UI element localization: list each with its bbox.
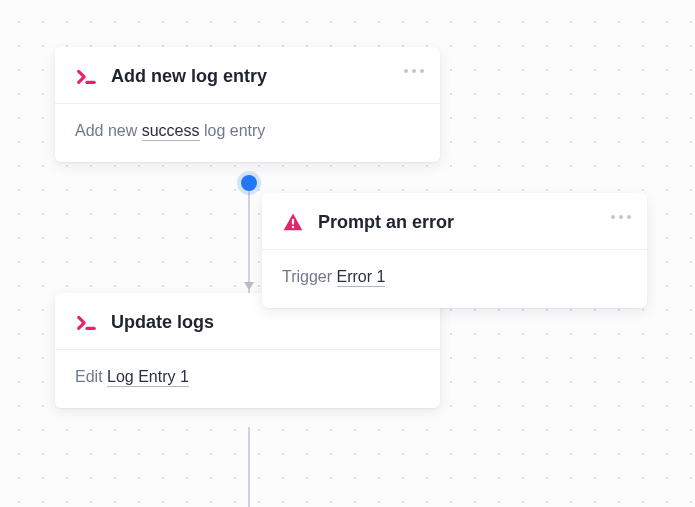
connector-line	[248, 182, 250, 294]
svg-rect-0	[292, 219, 294, 225]
card-title: Update logs	[111, 312, 214, 333]
card-body: Edit Log Entry 1	[55, 350, 440, 408]
card-body: Trigger Error 1	[262, 250, 647, 308]
step-card-update-logs[interactable]: Update logs Edit Log Entry 1	[55, 293, 440, 408]
variable-token[interactable]: Log Entry 1	[107, 368, 189, 387]
card-header: Prompt an error	[262, 193, 647, 249]
step-card-prompt-error[interactable]: Prompt an error Trigger Error 1	[262, 193, 647, 308]
more-menu-button[interactable]	[404, 69, 424, 73]
card-title: Add new log entry	[111, 66, 267, 87]
body-text: Trigger	[282, 268, 337, 285]
card-body: Add new success log entry	[55, 104, 440, 162]
more-menu-button[interactable]	[611, 215, 631, 219]
variable-token[interactable]: success	[142, 122, 200, 141]
svg-point-1	[292, 226, 294, 228]
code-icon	[75, 65, 97, 87]
warning-icon	[282, 211, 304, 233]
card-title: Prompt an error	[318, 212, 454, 233]
body-text: Edit	[75, 368, 107, 385]
body-text: log entry	[200, 122, 266, 139]
step-card-add-log[interactable]: Add new log entry Add new success log en…	[55, 47, 440, 162]
body-text: Add new	[75, 122, 142, 139]
variable-token[interactable]: Error 1	[337, 268, 386, 287]
connector-arrow-icon	[244, 282, 254, 290]
card-header: Add new log entry	[55, 47, 440, 103]
connector-line	[248, 427, 250, 507]
code-icon	[75, 311, 97, 333]
flow-canvas[interactable]: Add new log entry Add new success log en…	[0, 0, 695, 507]
connector-node[interactable]	[241, 175, 257, 191]
